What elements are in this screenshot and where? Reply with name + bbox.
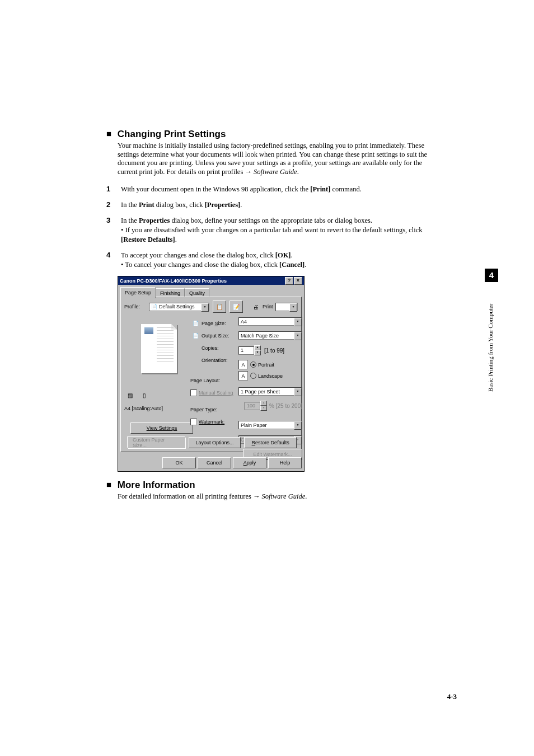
t: In the <box>121 201 139 209</box>
edit-profile-button[interactable]: 📝 <box>229 300 243 313</box>
landscape-radio[interactable] <box>250 373 256 379</box>
portrait-label: Portrait <box>258 362 274 368</box>
software-guide-ref-2: Software Guide <box>262 492 306 500</box>
page-size-value: A4 <box>241 319 247 325</box>
t: dialog box, define your settings on the … <box>170 217 372 224</box>
t: . <box>240 201 242 209</box>
intro-paragraph: Your machine is initially installed usin… <box>118 142 439 177</box>
steps-list: 1 With your document open in the Windows… <box>106 185 439 270</box>
output-size-combo[interactable]: Match Page Size▼ <box>238 331 302 340</box>
profile-value: Default Settings <box>159 304 195 309</box>
help-button[interactable]: Help <box>268 457 302 468</box>
period: . <box>305 492 307 500</box>
side-caption: Basic Printing from Your Computer <box>487 291 495 392</box>
close-icon[interactable]: × <box>294 277 302 285</box>
step-number: 1 <box>106 185 121 194</box>
landscape-A-icon: A <box>238 371 248 381</box>
scaling-range: % [25 to 200] <box>269 403 302 409</box>
step-body: To accept your changes and close the dia… <box>121 251 439 270</box>
spin-up-icon[interactable]: ▲ <box>254 345 261 350</box>
page-number: 4-3 <box>447 692 457 701</box>
inner-button-row: Custom Paper Size... Layout Options... R… <box>128 437 297 448</box>
help-icon[interactable]: ? <box>285 277 293 285</box>
heading-text: Changing Print Settings <box>118 129 226 139</box>
chevron-down-icon[interactable]: ▼ <box>294 388 302 396</box>
print-cmd: [Print] <box>310 185 330 193</box>
page-layout-label: Page Layout: <box>190 378 220 383</box>
dialog-titlebar: Canon PC-D300/FAX-L400/ICD300 Properties… <box>118 276 304 285</box>
t: In the <box>121 217 139 224</box>
output-size-label: Output Size: <box>202 333 229 339</box>
cancel-ref: [Cancel] <box>279 261 305 269</box>
step-number: 3 <box>106 216 121 244</box>
chevron-down-icon[interactable]: ▼ <box>289 303 297 312</box>
spin-down-icon: ▼ <box>260 406 267 411</box>
paper-type-combo[interactable]: Plain Paper▼ <box>238 421 302 429</box>
landscape-label: Landscape <box>258 373 283 379</box>
profile-combo[interactable]: 📄 Default Settings ▼ <box>149 303 209 311</box>
t: To accept your changes and close the dia… <box>121 251 275 259</box>
cancel-button[interactable]: Cancel <box>198 457 231 468</box>
portrait-radio-row: A Portrait <box>238 360 302 369</box>
step-number: 4 <box>106 251 121 270</box>
ok-ref: [OK] <box>275 251 291 259</box>
page-layout-value: 1 Page per Sheet <box>241 389 280 395</box>
watermark-label: Watermark: <box>199 419 224 425</box>
page-icon[interactable]: ▯ <box>139 390 150 400</box>
section-heading-more-info: ■ More Information <box>106 480 439 491</box>
paper-type-label: Paper Type: <box>190 407 217 412</box>
chevron-down-icon[interactable]: ▼ <box>294 318 302 326</box>
restore-defaults-ref: [Restore Defaults] <box>121 236 175 243</box>
step-3-sub: • If you are dissatisfied with your chan… <box>121 226 439 244</box>
square-bullet-icon: ■ <box>106 129 111 138</box>
tab-page-setup[interactable]: Page Setup <box>120 287 156 298</box>
manual-scaling-checkbox[interactable] <box>190 389 197 396</box>
form-labels: 📄Page Size: 📄Output Size: Copies: Orient… <box>190 317 237 428</box>
profile-icon: 📄 <box>151 304 157 309</box>
ok-button[interactable]: OK <box>162 457 196 468</box>
section-heading-changing: ■ Changing Print Settings <box>106 129 439 140</box>
more-info-paragraph: For detailed information on all printing… <box>118 492 439 501</box>
view-settings-button[interactable]: View Settings <box>130 422 193 434</box>
software-guide-ref: Software Guide <box>254 168 297 176</box>
preview-mode-icons: ▧ ▯ <box>124 390 150 400</box>
hatch-icon[interactable]: ▧ <box>124 390 135 400</box>
properties-btn-ref: [Properties] <box>205 201 241 209</box>
apply-button[interactable]: Apply <box>233 457 266 468</box>
step-4-sub: • To cancel your changes and close the d… <box>121 260 439 269</box>
t: dialog box, click <box>154 201 205 209</box>
output-method-combo[interactable]: ▼ <box>275 303 298 311</box>
page-layout-combo[interactable]: 1 Page per Sheet▼ <box>238 387 302 396</box>
spin-up-icon: ▲ <box>260 401 267 406</box>
copies-label: Copies: <box>202 345 219 351</box>
portrait-A-icon: A <box>238 360 248 369</box>
restore-defaults-button[interactable]: Restore Defaults <box>244 437 297 448</box>
chevron-down-icon[interactable]: ▼ <box>294 421 302 430</box>
scaling-spinner: 100 ▲▼ % [25 to 200] <box>238 401 302 411</box>
add-profile-button[interactable]: 📋 <box>213 300 226 313</box>
watermark-checkbox[interactable] <box>190 419 197 425</box>
chapter-tab: 4 <box>485 269 498 282</box>
chevron-down-icon[interactable]: ▼ <box>201 303 209 312</box>
scaling-value: 100 <box>245 402 260 410</box>
page-size-icon: 📄 <box>190 321 200 326</box>
t: . <box>305 261 306 269</box>
layout-options-button[interactable]: Layout Options... <box>189 437 241 448</box>
view-settings-label: View Settings <box>147 425 177 431</box>
output-method-label: Print <box>263 304 273 309</box>
preview-caption: A4 [Scaling:Auto] <box>124 406 163 411</box>
properties-dlg: Properties <box>139 217 170 224</box>
spin-down-icon[interactable]: ▼ <box>254 350 261 355</box>
portrait-radio[interactable] <box>250 361 256 368</box>
copies-value[interactable]: 1 <box>238 346 254 355</box>
period: . <box>297 168 299 176</box>
custom-paper-size-button: Custom Paper Size... <box>128 437 185 448</box>
step-body: In the Properties dialog box, define you… <box>121 216 439 244</box>
page-size-combo[interactable]: A4▼ <box>238 317 302 326</box>
t: . <box>175 236 177 243</box>
heading-text: More Information <box>118 480 195 490</box>
chevron-down-icon[interactable]: ▼ <box>294 332 302 340</box>
dialog-button-row: OK Cancel Apply Help <box>120 457 302 469</box>
copies-spinner[interactable]: 1 ▲▼ [1 to 99] <box>238 345 302 355</box>
copies-range: [1 to 99] <box>264 348 284 354</box>
